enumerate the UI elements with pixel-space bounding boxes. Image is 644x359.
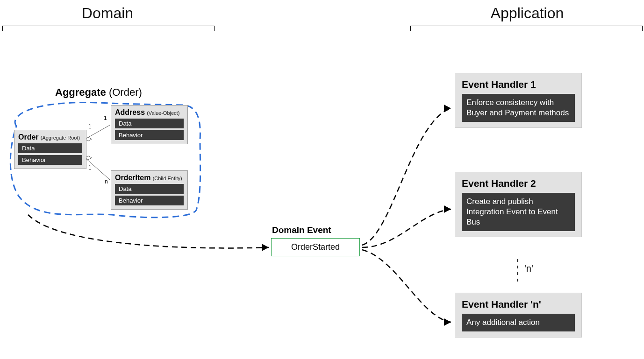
entity-orderitem-data: Data: [115, 184, 184, 194]
card-order-item-a: 1: [88, 164, 92, 171]
card-order-addr-b: 1: [104, 115, 107, 121]
event-handler-1-desc: Enforce consistency with Buyer and Payme…: [462, 94, 575, 122]
entity-address-behavior: Behavior: [115, 130, 184, 140]
event-handler-2: Event Handler 2 Create and publish Integ…: [455, 172, 582, 237]
domain-event-box: OrderStarted: [271, 238, 360, 256]
entity-orderitem-behavior: Behavior: [115, 196, 184, 205]
event-handler-n-title: Event Handler 'n': [462, 299, 575, 310]
entity-order-title: Order (Aggregate Root): [18, 133, 82, 141]
aggregate-label-bold: Aggregate: [55, 86, 106, 98]
svg-marker-4: [444, 105, 451, 112]
entity-address-data: Data: [115, 119, 184, 128]
event-handler-2-desc: Create and publish Integration Event to …: [462, 193, 575, 231]
entity-order-behavior: Behavior: [18, 155, 82, 165]
event-handler-1-title: Event Handler 1: [462, 79, 575, 90]
card-order-addr-a: 1: [88, 123, 92, 130]
domain-bracket: [2, 26, 215, 31]
event-handler-2-title: Event Handler 2: [462, 178, 575, 189]
entity-address-title: Address (Value-Object): [115, 108, 184, 117]
entity-order: Order (Aggregate Root) Data Behavior: [14, 130, 86, 169]
entity-order-data: Data: [18, 143, 82, 153]
card-order-item-n: n: [105, 178, 108, 185]
domain-event-label: Domain Event: [272, 225, 331, 235]
svg-marker-5: [444, 205, 451, 213]
entity-address: Address (Value-Object) Data Behavior: [111, 105, 188, 144]
event-handler-1: Event Handler 1 Enforce consistency with…: [455, 73, 582, 128]
entity-orderitem-title: OrderItem (Child Entity): [115, 174, 184, 182]
entity-orderitem: OrderItem (Child Entity) Data Behavior: [111, 170, 188, 210]
section-application-title: Application: [410, 5, 644, 22]
event-handler-n: Event Handler 'n' Any additional action: [455, 293, 582, 338]
application-bracket: [410, 26, 643, 31]
event-handler-n-desc: Any additional action: [462, 314, 575, 331]
arrowhead-to-domain-event: [262, 244, 269, 251]
svg-marker-6: [444, 318, 451, 326]
aggregate-label-paren: (Order): [109, 86, 142, 98]
section-domain-title: Domain: [0, 5, 215, 22]
n-label: 'n': [524, 263, 533, 274]
aggregate-label: Aggregate (Order): [55, 86, 142, 99]
